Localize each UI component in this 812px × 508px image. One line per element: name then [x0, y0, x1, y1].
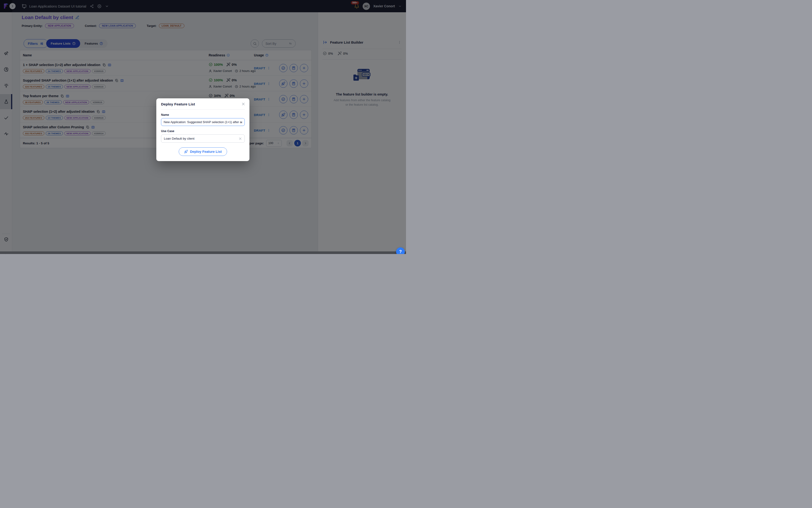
deploy-feature-list-modal: Deploy Feature List Name Use Case Loan D…: [156, 98, 250, 161]
close-icon: [241, 102, 245, 106]
clear-use-case-icon[interactable]: [239, 137, 242, 140]
close-modal-button[interactable]: [241, 102, 245, 106]
app-root: Loan Applications Dataset UI tutorial 99…: [0, 0, 406, 254]
use-case-field-label: Use Case: [161, 129, 245, 133]
rocket-icon: [184, 150, 188, 154]
deploy-button-label: Deploy Feature List: [190, 150, 222, 154]
deployment-name-input[interactable]: [161, 118, 245, 126]
deploy-feature-list-button[interactable]: Deploy Feature List: [179, 147, 227, 156]
name-field-label: Name: [161, 113, 245, 117]
use-case-select[interactable]: Loan Default by client: [161, 134, 245, 143]
use-case-value: Loan Default by client: [164, 137, 194, 140]
modal-title: Deploy Feature List: [161, 102, 195, 106]
